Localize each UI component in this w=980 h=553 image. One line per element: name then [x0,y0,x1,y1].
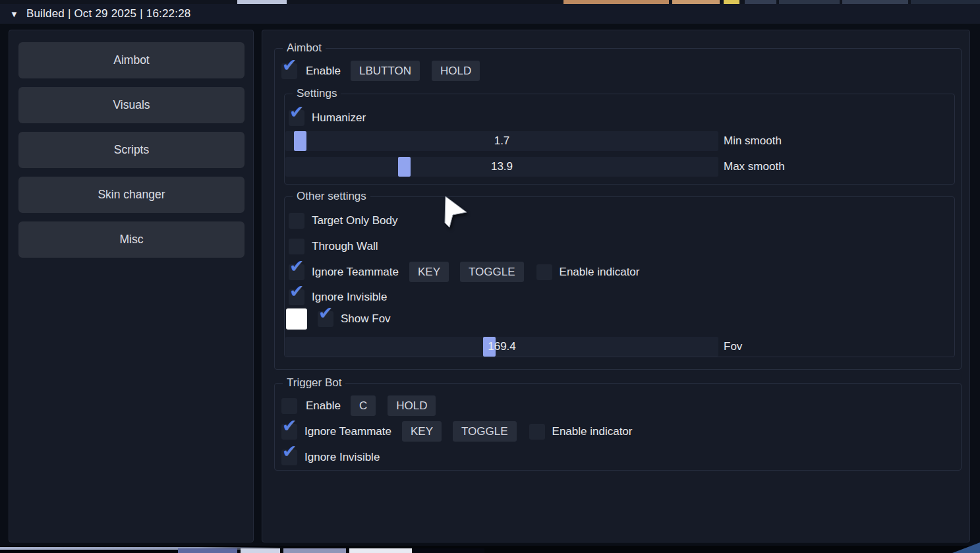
show-fov-label: Show Fov [341,312,391,326]
sidebar-item-scripts[interactable]: Scripts [18,132,245,168]
other-settings-group-legend: Other settings [293,190,370,203]
trigger-keymode-button[interactable]: HOLD [388,395,436,416]
main-panel: Aimbot ✔ Enable LBUTTON HOLD Settings ✔ … [262,30,970,542]
ignore-teammate-keymode-button[interactable]: TOGGLE [460,262,524,282]
ignore-teammate-label: Ignore Teammate [312,266,399,279]
ignore-teammate-checkbox[interactable]: ✔ [289,264,304,280]
trigger-enable-label: Enable [306,399,341,413]
trigger-keybind-button[interactable]: C [351,395,376,416]
aimbot-ignore-teammate-row: ✔ Ignore Teammate KEY TOGGLE ✔ Enable in… [289,262,639,282]
max-smooth-value: 13.9 [285,157,718,177]
aimbot-group-legend: Aimbot [283,42,326,55]
fov-color-swatch[interactable] [286,308,307,330]
check-icon: ✔ [282,57,297,74]
trigger-bot-group-legend: Trigger Bot [283,376,345,390]
max-smooth-slider-thumb[interactable] [398,157,411,177]
ignore-invisible-checkbox[interactable]: ✔ [289,289,304,305]
min-smooth-value: 1.7 [285,131,718,151]
trigger-enable-indicator-checkbox[interactable]: ✔ [529,424,545,440]
aimbot-enable-label: Enable [306,65,341,78]
min-smooth-slider-row: 1.7 Min smooth [285,131,782,151]
min-smooth-slider[interactable]: 1.7 [285,131,718,151]
through-wall-label: Through Wall [312,240,378,253]
max-smooth-slider-row: 13.9 Max smooth [285,157,785,177]
window-title: Builded | Oct 29 2025 | 16:22:28 [26,7,191,20]
trigger-ignore-invisible-label: Ignore Invisible [304,451,380,464]
collapse-caret-icon[interactable]: ▼ [10,9,18,19]
enable-indicator-checkbox[interactable]: ✔ [536,264,552,280]
game-pixels [412,548,484,553]
trigger-enable-row: ✔ Enable C HOLD [281,395,436,416]
trigger-enable-indicator-label: Enable indicator [552,425,633,438]
sidebar-item-aimbot[interactable]: Aimbot [18,42,245,78]
check-icon: ✔ [289,283,304,301]
trigger-ignore-teammate-checkbox[interactable]: ✔ [281,424,297,440]
target-only-body-checkbox[interactable]: ✔ [289,213,304,229]
cheat-menu-screen: ▼ Builded | Oct 29 2025 | 16:22:28 Aimbo… [0,0,980,553]
sidebar: Aimbot Visuals Scripts Skin changer Misc [9,30,254,542]
trigger-ignore-teammate-keybind-button[interactable]: KEY [402,421,442,442]
fov-slider[interactable]: 169.4 [285,337,718,357]
sidebar-item-skin-changer[interactable]: Skin changer [18,177,245,213]
min-smooth-slider-thumb[interactable] [294,131,306,151]
game-pixels [283,548,346,553]
check-icon: ✔ [282,443,297,461]
aimbot-keymode-button[interactable]: HOLD [432,61,480,81]
trigger-ignore-invisible-checkbox[interactable]: ✔ [281,450,297,465]
sidebar-item-visuals[interactable]: Visuals [18,87,245,123]
check-icon: ✔ [289,103,304,121]
game-pixels [349,548,412,553]
other-settings-group: Other settings ✔ Target Only Body ✔ Thro… [284,196,955,357]
aimbot-keybind-button[interactable]: LBUTTON [351,61,420,81]
trigger-enable-checkbox[interactable]: ✔ [281,398,297,414]
max-smooth-label: Max smooth [724,160,785,173]
min-smooth-label: Min smooth [724,134,782,148]
humanizer-row: ✔ Humanizer [289,107,366,128]
settings-group-legend: Settings [293,87,341,100]
check-icon: ✔ [289,258,304,276]
fov-label: Fov [724,340,742,353]
game-background-bottom [0,546,980,553]
sidebar-item-misc[interactable]: Misc [18,221,245,258]
show-fov-checkbox[interactable]: ✔ [318,311,333,327]
through-wall-checkbox[interactable]: ✔ [289,239,304,254]
max-smooth-slider[interactable]: 13.9 [285,157,718,177]
ignore-teammate-keybind-button[interactable]: KEY [409,262,449,282]
through-wall-row: ✔ Through Wall [289,236,378,256]
game-pixels [952,542,980,553]
aimbot-enable-row: ✔ Enable LBUTTON HOLD [281,61,480,81]
trigger-ignore-invisible-row: ✔ Ignore Invisible [281,447,380,467]
aimbot-group: Aimbot ✔ Enable LBUTTON HOLD Settings ✔ … [274,48,962,370]
trigger-ignore-teammate-label: Ignore Teammate [304,425,391,438]
enable-indicator-label: Enable indicator [560,266,640,279]
humanizer-label: Humanizer [312,111,366,125]
check-icon: ✔ [282,417,297,435]
fov-value: 169.4 [285,337,718,357]
settings-group: Settings ✔ Humanizer 1.7 Min smooth [284,94,955,185]
game-pixels [241,548,280,553]
trigger-ignore-teammate-row: ✔ Ignore Teammate KEY TOGGLE ✔ Enable in… [281,421,632,442]
check-icon: ✔ [318,305,333,322]
fov-slider-row: 169.4 Fov [285,337,742,357]
fov-slider-thumb[interactable] [483,337,496,357]
title-bar: ▼ Builded | Oct 29 2025 | 16:22:28 [0,4,980,24]
aimbot-ignore-invisible-row: ✔ Ignore Invisible [289,287,387,307]
ignore-invisible-label: Ignore Invisible [312,291,387,304]
humanizer-checkbox[interactable]: ✔ [289,110,304,126]
trigger-bot-group: Trigger Bot ✔ Enable C HOLD ✔ Ignore Tea… [274,383,962,471]
aimbot-enable-checkbox[interactable]: ✔ [281,63,297,79]
target-only-body-row: ✔ Target Only Body [289,210,397,231]
show-fov-row: ✔ Show Fov [286,308,391,330]
target-only-body-label: Target Only Body [312,214,397,227]
trigger-ignore-teammate-keymode-button[interactable]: TOGGLE [453,421,517,442]
game-pixels [178,548,237,553]
